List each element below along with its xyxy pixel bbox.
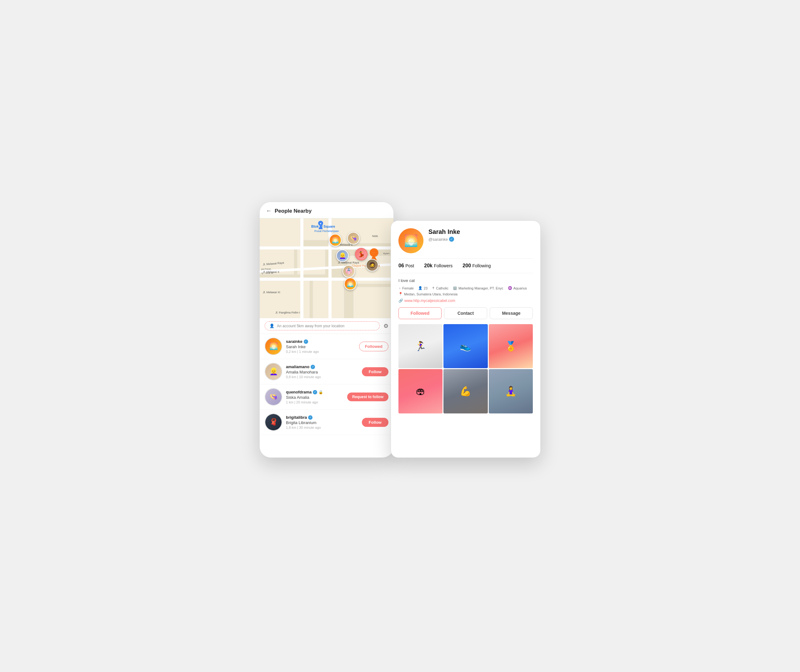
- svg-text:Nolo: Nolo: [372, 235, 378, 238]
- bio-zodiac: ♒ Aquarius: [508, 286, 527, 290]
- svg-rect-1: [260, 218, 300, 246]
- user-meta: 0,2 km | 1 minute ago: [286, 350, 355, 354]
- message-button[interactable]: Message: [490, 307, 533, 319]
- photo-cell[interactable]: 🧘‍♀️: [489, 369, 533, 413]
- user-handle: brigitalibra: [286, 415, 307, 420]
- photo-cell[interactable]: 💪: [443, 369, 487, 413]
- user-meta: 1,8 km | 30 minute ago: [286, 426, 358, 429]
- bio-age: 👤 23: [418, 286, 428, 290]
- list-item: 👱‍♀️ amaliamano ✓ Amalia Manohara 0,8 km…: [260, 359, 393, 384]
- followers-label: Followers: [434, 263, 452, 268]
- bio-website[interactable]: 🔗 www.http.mycatjessicabel.com: [398, 299, 533, 303]
- followers-stat: 20k Followers: [424, 263, 452, 269]
- avatar[interactable]: 🧣: [265, 413, 282, 431]
- user-meta: 1 km | 20 minute ago: [286, 400, 343, 404]
- follow-button[interactable]: Follow: [362, 418, 388, 427]
- user-meta: 0,8 km | 10 minute ago: [286, 375, 358, 379]
- photo-grid: 🏃‍♀️ 👟 🏅 🏟 💪 🧘‍♀️: [398, 324, 533, 413]
- list-item: 🌅 sarainke ✓ Sarah Inke 0,2 km | 1 minut…: [260, 334, 393, 359]
- location-banner: 👤 An account 5km away from your location…: [260, 318, 393, 334]
- user-handle: sarainke: [286, 339, 303, 344]
- map-pin-5[interactable]: 🧔: [366, 259, 378, 271]
- bio-work: 🏢 Marketing Manager, PT. Enyc: [453, 286, 503, 290]
- location-icon-profile: 📍: [398, 292, 403, 296]
- avatar[interactable]: 🌅: [265, 338, 282, 355]
- profile-avatar[interactable]: 🌅: [398, 228, 423, 253]
- user-info: brigitalibra ✓ Brigita Libranium 1,8 km …: [286, 415, 358, 429]
- contact-button[interactable]: Contact: [444, 307, 487, 319]
- bio-location: 📍 Medan, Sumatera Utara, Indonesia: [398, 292, 457, 296]
- action-buttons: Followed Contact Message: [398, 307, 533, 319]
- photo-cell[interactable]: 👟: [443, 324, 487, 368]
- svg-text:Blok M Square: Blok M Square: [311, 224, 335, 228]
- posts-stat: 06 Post: [398, 263, 414, 269]
- verified-icon: ✓: [313, 390, 317, 394]
- user-info: quenofdrama ✓ 🔒 Siska Amalia 1 km | 20 m…: [286, 390, 343, 404]
- user-info: amaliamano ✓ Amalia Manohara 0,8 km | 10…: [286, 365, 358, 379]
- photo-cell[interactable]: 🏅: [489, 324, 533, 368]
- phone1-header: ← People Nearby: [260, 202, 393, 218]
- user-name: Amalia Manohara: [286, 370, 358, 374]
- svg-rect-9: [353, 287, 393, 318]
- followers-count: 20k: [424, 263, 433, 268]
- avatar[interactable]: 👒: [265, 388, 282, 406]
- svg-text:Jl. Melawai XI: Jl. Melawai XI: [263, 291, 280, 294]
- verified-icon: ✓: [308, 415, 313, 420]
- user-handle: quenofdrama: [286, 390, 311, 394]
- svg-rect-13: [260, 278, 393, 281]
- svg-point-34: [370, 248, 378, 257]
- profile-username: @sarainke: [428, 237, 448, 242]
- phone-people-nearby: ← People Nearby: [260, 202, 394, 458]
- link-icon: 🔗: [398, 299, 403, 303]
- user-list: 🌅 sarainke ✓ Sarah Inke 0,2 km | 1 minut…: [260, 334, 393, 435]
- map-pin-4[interactable]: 💃: [355, 248, 367, 261]
- svg-rect-2: [303, 218, 329, 240]
- bio-text: I love cat: [398, 278, 533, 283]
- page-title: People Nearby: [275, 208, 311, 214]
- followed-button[interactable]: Followed: [359, 342, 388, 351]
- following-stat: 200 Following: [462, 263, 491, 269]
- stats-row: 06 Post 20k Followers 200 Following: [398, 258, 533, 273]
- user-name: Sarah Inke: [286, 344, 355, 349]
- profile-header: 🌅 Sarah Inke @sarainke ✓: [398, 228, 533, 253]
- svg-text:ry - Blok M: ry - Blok M: [261, 272, 273, 275]
- work-icon: 🏢: [453, 286, 457, 290]
- svg-text:Jl. Panglima Polim I: Jl. Panglima Polim I: [275, 311, 300, 314]
- user-info: sarainke ✓ Sarah Inke 0,2 km | 1 minute …: [286, 339, 355, 354]
- bio-details: ♀ Female 👤 23 ✝ Catholic 🏢 Marketing Man…: [398, 286, 533, 296]
- gender-icon: ♀: [398, 286, 401, 290]
- list-item: 👒 quenofdrama ✓ 🔒 Siska Amalia 1 km | 20…: [260, 384, 393, 410]
- map-pin-6[interactable]: 👘: [343, 265, 355, 278]
- avatar[interactable]: 👱‍♀️: [265, 363, 282, 380]
- bio-religion: ✝ Catholic: [432, 286, 449, 290]
- religion-icon: ✝: [432, 286, 435, 290]
- verified-icon: ✓: [304, 339, 308, 344]
- followed-profile-button[interactable]: Followed: [398, 307, 442, 319]
- profile-info: Sarah Inke @sarainke ✓: [428, 228, 460, 242]
- request-follow-button[interactable]: Request to follow: [347, 392, 388, 401]
- location-pill: 👤 An account 5km away from your location: [265, 321, 380, 330]
- filter-icon[interactable]: ⚙: [383, 323, 388, 330]
- follow-button[interactable]: Follow: [362, 367, 388, 376]
- map-pin-7[interactable]: 🌅: [344, 278, 357, 290]
- map-pin-3[interactable]: 👱‍♀️: [336, 250, 349, 262]
- svg-text:ya Fresh: ya Fresh: [261, 267, 271, 270]
- age-icon: 👤: [418, 286, 423, 290]
- verified-icon: ✓: [311, 365, 315, 369]
- location-icon: 👤: [269, 323, 274, 328]
- list-item: 🧣 brigitalibra ✓ Brigita Libranium 1,8 k…: [260, 410, 393, 435]
- svg-text:▼: ▼: [319, 222, 322, 225]
- map-pin-2[interactable]: 👒: [347, 232, 360, 245]
- user-name: Brigita Libranium: [286, 420, 358, 425]
- phone-profile: 🌅 Sarah Inke @sarainke ✓ 06 Post 20k Fol…: [391, 221, 540, 458]
- photo-cell[interactable]: 🏟: [398, 369, 442, 413]
- back-button[interactable]: ←: [266, 208, 272, 214]
- map-pin-1[interactable]: 🌅: [329, 234, 341, 246]
- scene: ← People Nearby: [260, 202, 540, 470]
- svg-text:Ayam: Ayam: [383, 252, 390, 255]
- map-area[interactable]: Blok M Square Pusat Perbelanjaan Jl. Mel…: [260, 218, 393, 318]
- lock-icon: 🔒: [319, 390, 323, 394]
- photo-cell[interactable]: 🏃‍♀️: [398, 324, 442, 368]
- profile-verified-icon: ✓: [449, 237, 454, 242]
- user-name: Siska Amalia: [286, 395, 343, 400]
